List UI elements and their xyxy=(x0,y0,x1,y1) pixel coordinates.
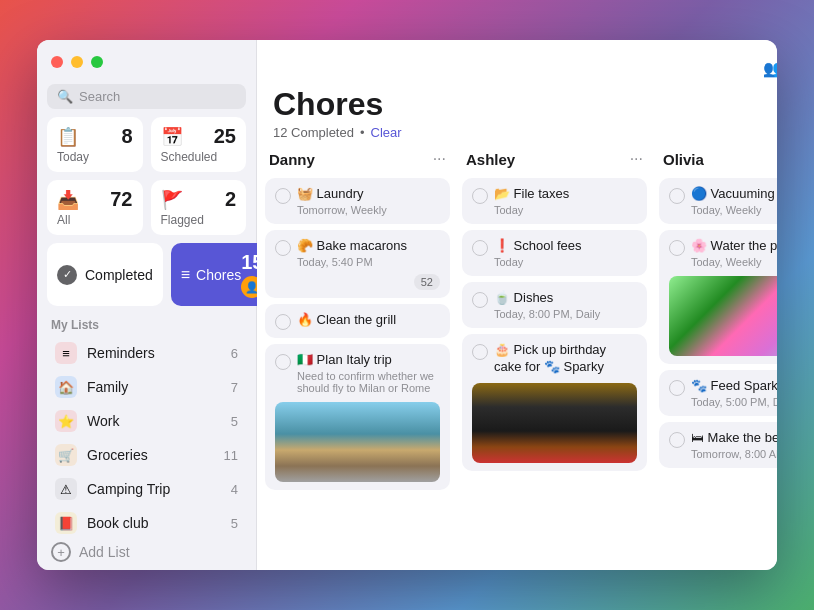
column-name: Olivia xyxy=(663,151,704,168)
flagged-tile[interactable]: 🚩 2 Flagged xyxy=(151,180,247,235)
sidebar-item-work[interactable]: ⭐ Work 5 xyxy=(41,404,252,438)
list-count: 7 xyxy=(231,380,238,395)
main-toolbar: 👥 ⬆ ＋ xyxy=(273,50,777,86)
task-checkbox[interactable] xyxy=(275,188,291,204)
task-subtitle: Tomorrow, Weekly xyxy=(297,204,440,216)
task-card[interactable]: 🔥 Clean the grill xyxy=(265,304,450,338)
task-checkbox[interactable] xyxy=(669,380,685,396)
column-danny: Danny ··· 🧺 Laundry Tomorrow, Weekly xyxy=(265,150,450,560)
list-count: 6 xyxy=(231,346,238,361)
task-content: 🐾 Feed Sparky Today, 5:00 PM, Daily xyxy=(691,378,777,408)
task-checkbox[interactable] xyxy=(472,188,488,204)
scheduled-tile[interactable]: 📅 25 Scheduled xyxy=(151,117,247,172)
task-card[interactable]: 🐾 Feed Sparky Today, 5:00 PM, Daily xyxy=(659,370,777,416)
task-checkbox[interactable] xyxy=(669,188,685,204)
today-count: 8 xyxy=(121,125,132,148)
task-content: 🍵 Dishes Today, 8:00 PM, Daily xyxy=(494,290,637,320)
sidebar-item-reminders[interactable]: ≡ Reminders 6 xyxy=(41,336,252,370)
column-header-ashley: Ashley ··· xyxy=(462,150,647,168)
column-header-olivia: Olivia ··· xyxy=(659,150,777,168)
task-checkbox[interactable] xyxy=(275,314,291,330)
task-card[interactable]: 🥐 Bake macarons Today, 5:40 PM 52 xyxy=(265,230,450,298)
task-card[interactable]: 🇮🇹 Plan Italy trip Need to confirm wheth… xyxy=(265,344,450,490)
task-card[interactable]: 🛏 Make the bed Tomorrow, 8:00 AM, Daily xyxy=(659,422,777,468)
task-title: ❗ School fees xyxy=(494,238,637,255)
task-card-top: 🧺 Laundry Tomorrow, Weekly xyxy=(275,186,440,216)
minimize-button[interactable] xyxy=(71,56,83,68)
close-button[interactable] xyxy=(51,56,63,68)
task-card-top: 🛏 Make the bed Tomorrow, 8:00 AM, Daily xyxy=(669,430,777,460)
search-icon: 🔍 xyxy=(57,89,73,104)
add-list-label: Add List xyxy=(79,544,130,560)
all-label: All xyxy=(57,213,133,227)
task-card-top: 🎂 Pick up birthday cake for 🐾 Sparky xyxy=(472,342,637,376)
task-checkbox[interactable] xyxy=(472,292,488,308)
task-card-top: 🥐 Bake macarons Today, 5:40 PM xyxy=(275,238,440,268)
scheduled-label: Scheduled xyxy=(161,150,237,164)
list-icon: ⚠ xyxy=(55,478,77,500)
task-title: 🌸 Water the plants xyxy=(691,238,777,255)
task-card[interactable]: 🔵 Vacuuming Today, Weekly xyxy=(659,178,777,224)
task-badge: 52 xyxy=(414,274,440,290)
task-card[interactable]: 🧺 Laundry Tomorrow, Weekly xyxy=(265,178,450,224)
task-card[interactable]: 📂 File taxes Today xyxy=(462,178,647,224)
bottom-tiles: 📥 72 All 🚩 2 Flagged xyxy=(37,180,256,235)
list-count: 4 xyxy=(231,482,238,497)
task-checkbox[interactable] xyxy=(472,240,488,256)
task-card[interactable]: 🌸 Water the plants Today, Weekly xyxy=(659,230,777,364)
main-title: Chores xyxy=(273,86,383,123)
task-checkbox[interactable] xyxy=(669,240,685,256)
task-card-top: 🔥 Clean the grill xyxy=(275,312,440,330)
clear-button[interactable]: Clear xyxy=(371,125,402,140)
task-content: 🇮🇹 Plan Italy trip Need to confirm wheth… xyxy=(297,352,440,394)
task-card[interactable]: ❗ School fees Today xyxy=(462,230,647,276)
share-profile-icon[interactable]: 👥 xyxy=(763,59,777,78)
list-icon: ⭐ xyxy=(55,410,77,432)
list-name: Family xyxy=(87,379,221,395)
list-name: Camping Trip xyxy=(87,481,221,497)
task-subtitle: Today, Weekly xyxy=(691,256,777,268)
sidebar-item-camping-trip[interactable]: ⚠ Camping Trip 4 xyxy=(41,472,252,506)
sidebar-item-family[interactable]: 🏠 Family 7 xyxy=(41,370,252,404)
task-content: 🛏 Make the bed Tomorrow, 8:00 AM, Daily xyxy=(691,430,777,460)
add-list-button[interactable]: + Add List xyxy=(37,534,256,570)
app-window: 🔍 Search 📋 8 Today 📅 25 Scheduled xyxy=(37,40,777,570)
task-content: 📂 File taxes Today xyxy=(494,186,637,216)
sidebar-item-groceries[interactable]: 🛒 Groceries 11 xyxy=(41,438,252,472)
flagged-label: Flagged xyxy=(161,213,237,227)
task-image xyxy=(669,276,777,356)
list-count: 11 xyxy=(224,448,238,463)
task-subtitle: Today, Weekly xyxy=(691,204,777,216)
task-image xyxy=(472,383,637,463)
column-name: Danny xyxy=(269,151,315,168)
task-card[interactable]: 🍵 Dishes Today, 8:00 PM, Daily xyxy=(462,282,647,328)
search-bar[interactable]: 🔍 Search xyxy=(47,84,246,109)
list-icon: ≡ xyxy=(55,342,77,364)
task-card-top: 🇮🇹 Plan Italy trip Need to confirm wheth… xyxy=(275,352,440,394)
column-more-icon[interactable]: ··· xyxy=(433,150,446,168)
task-card[interactable]: 🎂 Pick up birthday cake for 🐾 Sparky xyxy=(462,334,647,472)
all-tile[interactable]: 📥 72 All xyxy=(47,180,143,235)
today-tile[interactable]: 📋 8 Today xyxy=(47,117,143,172)
task-card-top: ❗ School fees Today xyxy=(472,238,637,268)
today-icon: 📋 xyxy=(57,126,79,148)
task-title: 🔵 Vacuuming xyxy=(691,186,777,203)
task-checkbox[interactable] xyxy=(669,432,685,448)
list-name: Work xyxy=(87,413,221,429)
column-header-danny: Danny ··· xyxy=(265,150,450,168)
search-input[interactable]: Search xyxy=(79,89,120,104)
task-checkbox[interactable] xyxy=(472,344,488,360)
sidebar-item-book-club[interactable]: 📕 Book club 5 xyxy=(41,506,252,534)
task-checkbox[interactable] xyxy=(275,354,291,370)
task-content: 🧺 Laundry Tomorrow, Weekly xyxy=(297,186,440,216)
list-count: 5 xyxy=(231,516,238,531)
column-more-icon[interactable]: ··· xyxy=(630,150,643,168)
task-subtitle: Need to confirm whether we should fly to… xyxy=(297,370,440,394)
maximize-button[interactable] xyxy=(91,56,103,68)
lists-container: ≡ Reminders 6 🏠 Family 7 ⭐ Work 5 🛒 Groc… xyxy=(37,336,256,534)
task-subtitle: Tomorrow, 8:00 AM, Daily xyxy=(691,448,777,460)
completed-tile[interactable]: ✓ Completed xyxy=(47,243,163,306)
sidebar: 🔍 Search 📋 8 Today 📅 25 Scheduled xyxy=(37,40,257,570)
task-card-top: 🍵 Dishes Today, 8:00 PM, Daily xyxy=(472,290,637,320)
task-checkbox[interactable] xyxy=(275,240,291,256)
